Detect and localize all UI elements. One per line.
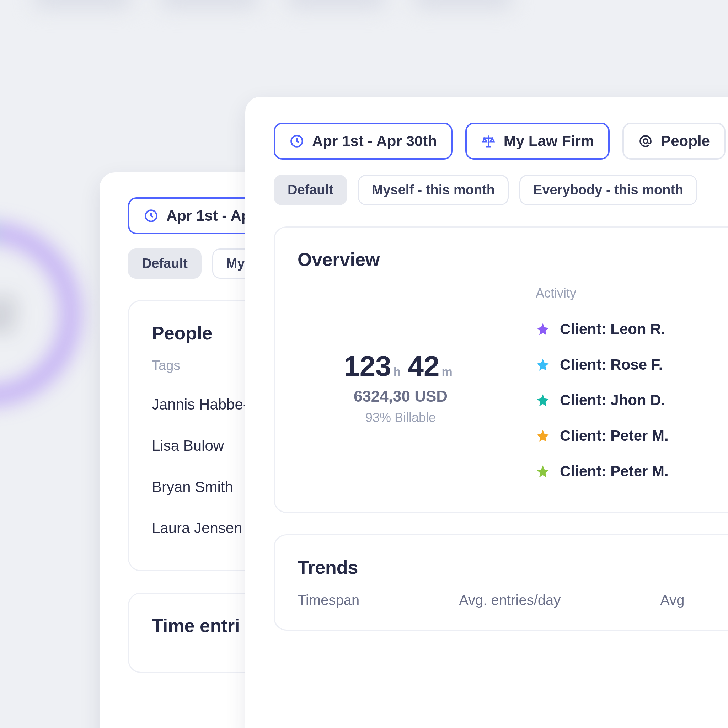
legend-item[interactable]: Client: Jhon D. [536,382,726,418]
donut-amount: 6324,30 USD [354,387,448,405]
trends-title: Trends [298,557,726,578]
overview-panel: Overview 123h 42m 6324,30 USD 93% Billab… [274,226,728,513]
trends-panel: Trends Timespan Avg. entries/day Avg [274,534,728,631]
at-icon [638,134,653,148]
star-icon [536,464,550,479]
clock-icon [289,134,304,148]
clock-icon [144,208,159,223]
org-label: My Law Firm [504,133,594,150]
legend-item[interactable]: Client: Rose F. [536,347,726,382]
preset-default[interactable]: Default [274,175,347,205]
activity-legend-title: Activity [536,286,726,301]
card-overview: Apr 1st - Apr 30th My Law Firm People # … [245,97,728,728]
preset-everybody[interactable]: Everybody - this month [519,175,697,205]
overview-title: Overview [298,249,726,270]
people-filter-label: People [661,133,710,150]
legend-item[interactable]: Client: Peter M. [536,418,726,454]
activity-donut-chart: 123h 42m 6324,30 USD 93% Billable [298,284,504,491]
legend-label: Client: Peter M. [560,427,668,444]
activity-legend: Activity Client: Leon R. Client: Rose F.… [536,286,726,489]
donut-time-total: 123h 42m [344,350,457,382]
date-range-label: Apr 1st - Apr 30th [312,133,437,150]
org-filter[interactable]: My Law Firm [465,122,610,160]
star-icon [536,429,550,443]
legend-item[interactable]: Client: Peter M. [536,454,726,489]
legend-label: Client: Leon R. [560,321,665,338]
scale-icon [481,134,496,148]
background-number: 42 [0,288,17,340]
preset-myself[interactable]: Myself - this month [358,175,509,205]
date-range-label: Apr 1st - Apr [166,207,256,224]
star-icon [536,393,550,407]
trends-avg-entries-label: Avg. entries/day [459,592,561,608]
star-icon [536,358,550,372]
date-range-filter[interactable]: Apr 1st - Apr 30th [274,122,453,160]
legend-label: Client: Peter M. [560,463,668,480]
donut-billable: 93% Billable [366,410,436,425]
preset-default[interactable]: Default [128,248,202,279]
legend-label: Client: Rose F. [560,356,662,373]
trends-timespan-label: Timespan [298,592,359,608]
legend-label: Client: Jhon D. [560,392,665,409]
star-icon [536,322,550,336]
trends-avg-label: Avg [660,592,684,608]
legend-item[interactable]: Client: Leon R. [536,311,726,347]
people-filter[interactable]: People [622,122,725,160]
